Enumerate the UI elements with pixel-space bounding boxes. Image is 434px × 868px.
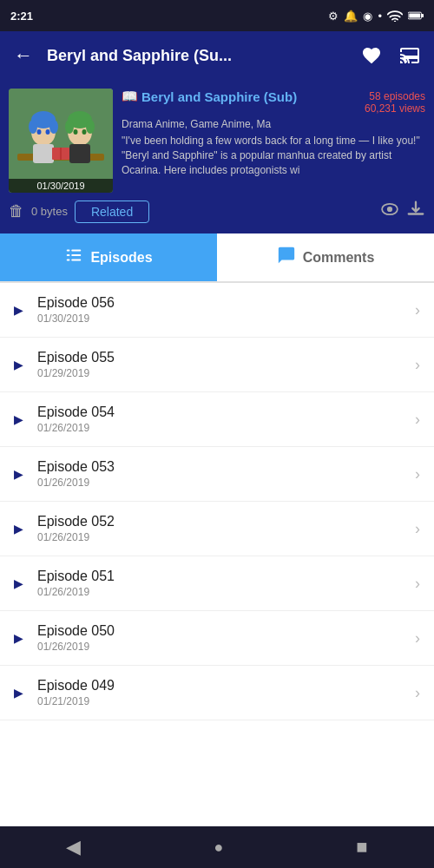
favorite-button[interactable] <box>354 38 389 73</box>
nav-home-button[interactable]: ● <box>196 832 240 864</box>
episode-list: ▶ Episode 056 01/30/2019 › ▶ Episode 055… <box>0 283 434 720</box>
svg-point-15 <box>65 120 74 134</box>
chevron-right-icon: › <box>415 411 420 429</box>
svg-point-23 <box>387 207 392 212</box>
info-description: "I've been holding a few words back for … <box>122 134 425 177</box>
play-icon: ▶ <box>14 303 23 317</box>
app-bar-title: Beryl and Sapphire (Su... <box>47 47 347 65</box>
chevron-right-icon: › <box>415 684 420 702</box>
svg-point-18 <box>82 129 87 135</box>
chevron-right-icon: › <box>415 301 420 319</box>
svg-point-8 <box>29 120 37 134</box>
episode-info: Episode 055 01/29/2019 <box>37 350 415 379</box>
cover-image: 01/30/2019 <box>9 89 113 193</box>
episode-title: Episode 055 <box>37 350 415 365</box>
cover-date: 01/30/2019 <box>9 179 113 193</box>
settings-icon: ⚙ <box>328 10 339 23</box>
episode-item[interactable]: ▶ Episode 056 01/30/2019 › <box>0 283 434 338</box>
views-count: 60,231 views <box>365 102 425 115</box>
svg-rect-26 <box>67 254 70 256</box>
wifi-icon <box>387 10 403 22</box>
svg-rect-4 <box>9 89 113 193</box>
svg-point-10 <box>37 129 42 135</box>
notification-icon: 🔔 <box>344 10 358 23</box>
episode-info: Episode 056 01/30/2019 <box>37 295 415 325</box>
play-icon: ▶ <box>14 467 23 481</box>
nav-square-button[interactable]: ■ <box>339 829 385 865</box>
heart-icon <box>361 45 382 66</box>
svg-rect-29 <box>72 260 82 261</box>
svg-rect-28 <box>67 260 70 261</box>
eye-icon[interactable] <box>380 202 399 220</box>
info-stats: 58 episodes 60,231 views <box>365 90 425 115</box>
episode-date: 01/26/2019 <box>37 422 415 434</box>
tab-comments-label: Comments <box>303 250 375 266</box>
episodes-count: 58 episodes <box>365 90 425 102</box>
episode-info: Episode 054 01/26/2019 <box>37 404 415 434</box>
play-icon: ▶ <box>14 522 23 536</box>
app-bar: ← Beryl and Sapphire (Su... <box>0 31 434 80</box>
info-row: 01/30/2019 📖 Beryl and Sapphire (Sub) 58… <box>9 89 425 193</box>
cast-button[interactable] <box>392 38 427 73</box>
episode-info: Episode 051 01/26/2019 <box>37 569 415 598</box>
play-icon: ▶ <box>14 358 23 372</box>
episode-item[interactable]: ▶ Episode 049 01/21/2019 › <box>0 666 434 720</box>
episode-title: Episode 049 <box>37 678 415 694</box>
info-genre: Drama Anime, Game Anime, Ma <box>122 118 425 130</box>
status-time: 2:21 <box>10 10 33 23</box>
svg-rect-3 <box>409 13 420 17</box>
info-title: 📖 Beryl and Sapphire (Sub) <box>122 89 297 104</box>
book-icon: 📖 <box>122 89 138 104</box>
chevron-right-icon: › <box>415 520 420 538</box>
episode-item[interactable]: ▶ Episode 050 01/26/2019 › <box>0 611 434 666</box>
episode-date: 01/30/2019 <box>37 312 415 325</box>
episode-title: Episode 050 <box>37 623 415 639</box>
episode-item[interactable]: ▶ Episode 051 01/26/2019 › <box>0 556 434 611</box>
episode-date: 01/29/2019 <box>37 367 415 379</box>
chevron-right-icon: › <box>415 629 420 648</box>
svg-rect-24 <box>67 250 70 252</box>
app-bar-icons <box>354 38 427 73</box>
svg-rect-19 <box>69 144 90 163</box>
bottom-nav-bar: ◀ ● ■ <box>0 826 434 868</box>
tab-episodes[interactable]: Episodes <box>0 233 217 281</box>
play-icon: ▶ <box>14 631 23 645</box>
chevron-right-icon: › <box>415 575 420 593</box>
info-actions: 🗑 0 bytes Related <box>9 200 425 223</box>
episode-info: Episode 053 01/26/2019 <box>37 459 415 489</box>
episode-title: Episode 056 <box>37 295 415 311</box>
episode-item[interactable]: ▶ Episode 052 01/26/2019 › <box>0 502 434 556</box>
episode-item[interactable]: ▶ Episode 053 01/26/2019 › <box>0 447 434 502</box>
download-icon[interactable] <box>406 200 425 223</box>
svg-point-0 <box>394 21 396 22</box>
episode-title: Episode 051 <box>37 569 415 584</box>
trash-icon[interactable]: 🗑 <box>9 202 24 220</box>
tab-episodes-label: Episodes <box>90 250 152 266</box>
episode-item[interactable]: ▶ Episode 055 01/29/2019 › <box>0 338 434 392</box>
episode-info: Episode 049 01/21/2019 <box>37 678 415 707</box>
episode-title: Episode 052 <box>37 514 415 529</box>
episode-date: 01/26/2019 <box>37 641 415 653</box>
svg-point-16 <box>86 120 95 134</box>
back-button[interactable]: ← <box>7 37 40 74</box>
cast-icon <box>399 45 420 66</box>
tabs-bar: Episodes Comments <box>0 233 434 283</box>
episode-info: Episode 050 01/26/2019 <box>37 623 415 653</box>
episode-date: 01/21/2019 <box>37 695 415 707</box>
status-bar: 2:21 ⚙ 🔔 ◉ • <box>0 0 434 31</box>
episode-title: Episode 053 <box>37 459 415 475</box>
related-button[interactable]: Related <box>75 201 149 223</box>
episode-info: Episode 052 01/26/2019 <box>37 514 415 543</box>
episode-item[interactable]: ▶ Episode 054 01/26/2019 › <box>0 392 434 447</box>
battery-icon <box>408 10 424 22</box>
svg-point-9 <box>49 120 58 134</box>
svg-rect-12 <box>33 144 54 163</box>
tab-comments[interactable]: Comments <box>217 233 434 281</box>
nav-back-button[interactable]: ◀ <box>49 829 98 865</box>
info-right: 📖 Beryl and Sapphire (Sub) 58 episodes 6… <box>122 89 425 193</box>
bytes-text: 0 bytes <box>31 205 68 218</box>
list-icon <box>64 246 83 269</box>
svg-rect-27 <box>72 254 82 256</box>
play-icon: ▶ <box>14 686 23 700</box>
episode-date: 01/26/2019 <box>37 477 415 489</box>
